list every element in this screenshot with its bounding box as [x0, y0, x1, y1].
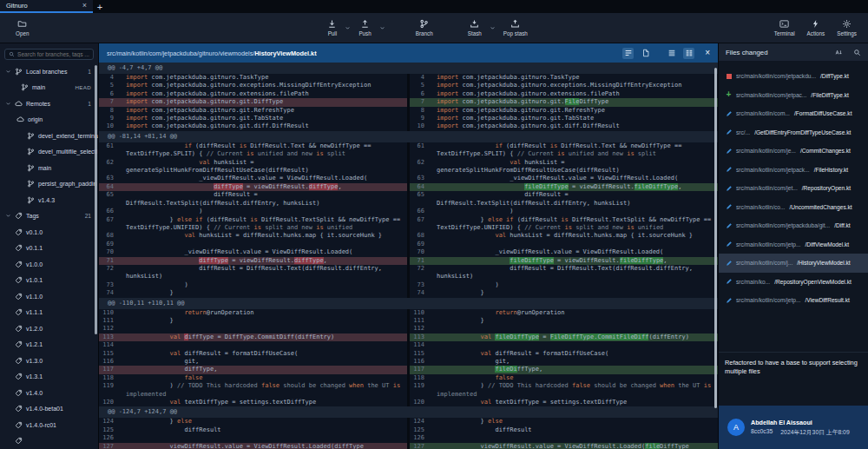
avatar: A [727, 419, 745, 436]
sidebar-item-tag[interactable]: v1.4.0 [0, 385, 98, 401]
terminal-button[interactable]: Terminal [768, 19, 801, 36]
split-diff-icon[interactable] [683, 48, 694, 59]
modified-file-icon [725, 241, 733, 248]
tab-title: Gitnuro [6, 2, 79, 10]
tab-close-icon[interactable]: × [82, 2, 87, 10]
diff-line: 8import com.jetpackduba.gitnuro.git.Refr… [99, 107, 718, 115]
file-changed-item[interactable]: +src/main/kotlin/com/jetpac.../FileDiffT… [719, 86, 868, 105]
sidebar-item-tag[interactable]: v1.4.0-beta01 [0, 401, 98, 418]
file-changed-item[interactable]: src/main/kotlin/com/je.../CommitChanges.… [719, 142, 868, 161]
sidebar-item-tag[interactable]: v0.1.0 [0, 224, 98, 241]
diff-line: 72 diffResult = DiffResult.Text(diffResu… [99, 265, 718, 281]
file-changed-item[interactable]: src/main/kotlin/com/jetpack.../FileHisto… [719, 161, 868, 180]
file-changed-item[interactable]: src/main/kotlin/com.../FormatDiffUseCase… [719, 104, 868, 123]
sidebar-item-tag[interactable]: v0.1.1 [0, 241, 98, 257]
toolbar: Open Pull Push Branch Stash [0, 13, 868, 43]
sidebar-item-tag[interactable] [0, 433, 98, 449]
line-number: 118 [99, 374, 118, 382]
modified-file-icon [725, 297, 733, 304]
line-number: 69 [410, 241, 429, 248]
sidebar-item-tag[interactable]: v1.3.1 [0, 369, 98, 386]
diff-header: src/main/kotlin/com/jetpackduba/gitnuro/… [99, 43, 718, 63]
file-changed-item[interactable]: src/main/kotlin/com/jet.../RepositoryOpe… [719, 179, 868, 198]
branch-search-box[interactable] [4, 49, 94, 60]
sidebar-item-tag[interactable]: v1.2.0 [0, 320, 98, 337]
sidebar-item-remote-origin[interactable]: origin [0, 112, 98, 129]
sidebar-item-tag[interactable]: v1.2.1 [0, 337, 98, 353]
branch-button[interactable]: Branch [410, 19, 439, 36]
file-changed-item[interactable]: src/main/ko.../RepositoryOpenViewModel.k… [719, 273, 868, 292]
file-changed-item[interactable]: src/main/kotlin/com/jetpackdu.../DiffTyp… [719, 67, 868, 86]
chevron-down-icon [345, 25, 351, 31]
sidebar-section-local-branches[interactable]: Local branches1 [0, 63, 98, 80]
sidebar-item-remote-branch[interactable]: v1.4.3 [0, 192, 98, 208]
sidebar-scrollbar[interactable] [95, 65, 97, 334]
sidebar-item-tag[interactable]: v1.4.0-rc01 [0, 417, 98, 433]
sidebar-item-tag[interactable]: v1.0.0 [0, 256, 98, 273]
open-repository-button[interactable]: Open [10, 13, 35, 43]
line-number: 127 [410, 443, 429, 449]
pop-stash-button[interactable]: Pop stash [497, 19, 534, 36]
sidebar-item-branch-main[interactable]: mainHEAD [0, 80, 98, 96]
sidebar-section-remotes[interactable]: Remotes1 [0, 96, 98, 112]
diff-line: 6969 [99, 241, 718, 248]
diff-view: src/main/kotlin/com/jetpackduba/gitnuro/… [98, 43, 718, 449]
stash-button[interactable]: Stash [462, 19, 488, 36]
deleted-file-icon [725, 74, 733, 80]
close-diff-icon[interactable]: × [705, 49, 710, 57]
repository-tab[interactable]: Gitnuro × [0, 0, 93, 13]
section-count: 1 [88, 101, 91, 107]
push-button[interactable]: Push [352, 19, 377, 36]
actions-button[interactable]: Actions [801, 19, 832, 36]
modified-file-icon [725, 148, 733, 155]
file-view-icon[interactable] [640, 48, 651, 59]
sidebar-item-tag[interactable]: v1.1.0 [0, 288, 98, 305]
pull-button[interactable]: Pull [321, 19, 343, 36]
line-number: 8 [99, 107, 118, 115]
diff-scrollbar[interactable] [714, 68, 717, 408]
sidebar-item-tag[interactable]: v1.1.1 [0, 305, 98, 321]
sidebar-item-tag[interactable]: v1.0.1 [0, 273, 98, 289]
branch-search-input[interactable] [17, 51, 89, 57]
unified-diff-icon[interactable] [666, 48, 677, 59]
push-dropdown-chevron[interactable] [378, 25, 387, 31]
file-changed-item[interactable]: src/main/kotlin/com/j.../HistoryViewMode… [719, 254, 868, 273]
line-number: 116 [99, 358, 118, 366]
pull-dropdown-chevron[interactable] [343, 25, 352, 31]
new-tab-button[interactable]: + [93, 0, 107, 13]
tag-icon [15, 405, 23, 413]
word-wrap-toggle-icon[interactable] [622, 48, 634, 59]
line-number: 74 [99, 289, 118, 297]
diff-line: 118 false118 false [99, 374, 718, 382]
diff-line: 74 }74 } [99, 289, 718, 297]
lightning-icon [811, 19, 820, 29]
sidebar-item-remote-branch[interactable]: devel_extend_termina [0, 128, 98, 144]
file-path-prefix: src/main/kotlin/com/j... [736, 260, 792, 266]
file-path-prefix: src/main/kotlin/com... [736, 110, 790, 116]
sort-files-icon[interactable] [835, 49, 843, 56]
sidebar-item-remote-branch[interactable]: devel_multifile_selecti [0, 144, 98, 161]
line-number: 124 [410, 418, 429, 426]
tag-icon [15, 212, 23, 220]
line-number: 110 [410, 309, 429, 317]
sidebar-section-tags[interactable]: Tags21 [0, 208, 98, 225]
line-number: 127 [99, 443, 118, 449]
stash-dropdown-chevron[interactable] [488, 25, 497, 31]
sidebar-item-remote-branch[interactable]: main [0, 160, 98, 176]
file-changed-item[interactable]: src/main/kotlin/com/jetp.../ViewDiffResu… [719, 291, 868, 310]
settings-button[interactable]: Settings [831, 19, 863, 36]
line-number: 7 [410, 98, 429, 106]
line-number: 6 [410, 90, 429, 98]
modified-file-icon [725, 278, 733, 285]
search-files-icon[interactable] [853, 49, 861, 56]
sidebar-item-remote-branch[interactable]: persist_graph_paddin [0, 176, 98, 193]
tag-icon [15, 357, 23, 365]
modified-file-icon [725, 166, 733, 173]
sidebar-item-tag[interactable]: v1.3.0 [0, 353, 98, 369]
file-changed-item[interactable]: src/main/kotlin/com/jetp.../DiffViewMode… [719, 235, 868, 254]
line-number: 120 [99, 399, 118, 406]
file-changed-item[interactable]: src/main/kotlin/com/jetpackduba/git.../D… [719, 216, 868, 235]
file-changed-item[interactable]: src/main/kotlin/co.../UncommitedChanges.… [719, 198, 868, 217]
line-number: 9 [410, 115, 429, 122]
file-changed-item[interactable]: src/.../GetDiffEntryFromDiffTypeUseCase.… [719, 123, 868, 142]
